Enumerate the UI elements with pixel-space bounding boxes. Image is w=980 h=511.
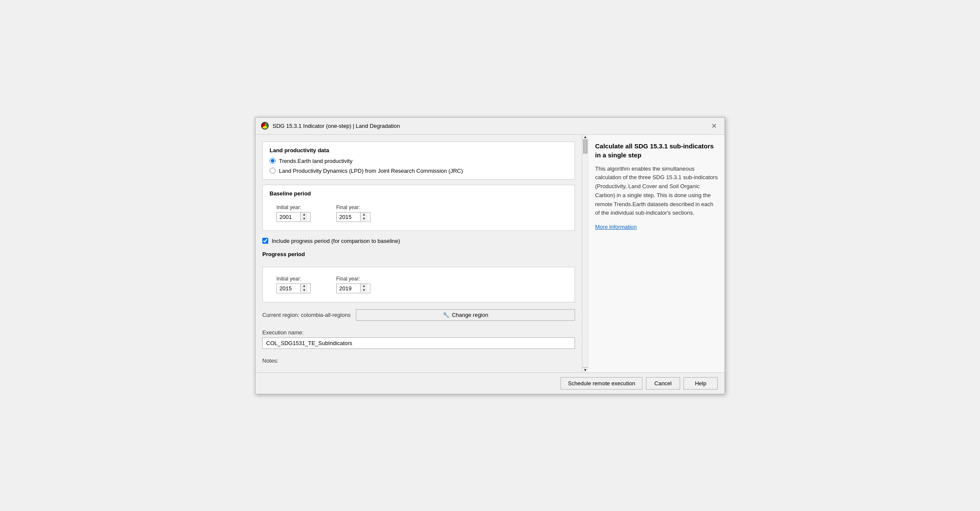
baseline-final-year-spinner[interactable]: ▲ ▼ <box>336 212 370 222</box>
execution-name-field-group: Execution name: <box>262 328 575 351</box>
baseline-initial-year-spinner-btns: ▲ ▼ <box>300 213 308 221</box>
dialog-body: Land productivity data Trends.Earth land… <box>255 135 725 372</box>
title-bar-left: SDG 15.3.1 Indicator (one-step) | Land D… <box>261 121 400 130</box>
radio-lpd-label: Land Productivity Dynamics (LPD) from Jo… <box>279 168 463 174</box>
change-region-label: Change region <box>452 312 488 318</box>
change-region-button[interactable]: 🔧 Change region <box>356 309 575 321</box>
baseline-initial-year-down[interactable]: ▼ <box>301 217 308 221</box>
progress-period-section: Initial year: ▲ ▼ Final year: <box>262 267 575 302</box>
main-panel: Land productivity data Trends.Earth land… <box>255 135 582 372</box>
radio-trends-earth-label: Trends.Earth land productivity <box>279 158 352 164</box>
window-title: SDG 15.3.1 Indicator (one-step) | Land D… <box>273 123 400 129</box>
dialog-footer: Schedule remote execution Cancel Help <box>255 372 725 394</box>
progress-initial-year-spinner[interactable]: ▲ ▼ <box>276 284 311 293</box>
progress-initial-year-field: Initial year: ▲ ▼ <box>276 276 311 293</box>
qgis-logo-icon <box>261 121 269 130</box>
wrench-icon: 🔧 <box>443 312 449 318</box>
baseline-final-year-field: Final year: ▲ ▼ <box>336 204 370 222</box>
progress-initial-year-up[interactable]: ▲ <box>301 284 308 288</box>
radio-trends-earth[interactable]: Trends.Earth land productivity <box>270 158 568 164</box>
baseline-final-year-spinner-btns: ▲ ▼ <box>360 213 367 221</box>
current-region-label: Current region: colombia-all-regions <box>262 312 351 318</box>
radio-lpd[interactable]: Land Productivity Dynamics (LPD) from Jo… <box>270 168 568 174</box>
help-button[interactable]: Help <box>684 377 718 390</box>
more-info-link[interactable]: More information <box>595 223 718 231</box>
progress-final-year-input[interactable] <box>337 284 360 293</box>
baseline-year-row: Initial year: ▲ ▼ Final year: <box>270 201 568 225</box>
progress-year-row: Initial year: ▲ ▼ Final year: <box>270 272 568 297</box>
baseline-final-year-input[interactable] <box>337 213 360 222</box>
right-panel-title: Calculate all SDG 15.3.1 sub-indicators … <box>595 142 718 160</box>
baseline-initial-year-label: Initial year: <box>276 204 311 210</box>
title-bar: SDG 15.3.1 Indicator (one-step) | Land D… <box>255 118 725 135</box>
baseline-final-year-up[interactable]: ▲ <box>361 213 367 217</box>
include-progress-label: Include progress period (for comparison … <box>272 238 400 244</box>
progress-final-year-down[interactable]: ▼ <box>361 288 367 292</box>
radio-trends-earth-input[interactable] <box>270 158 276 164</box>
scroll-up-arrow[interactable]: ▲ <box>582 135 588 140</box>
progress-period-standalone-title: Progress period <box>262 251 575 257</box>
notes-field-group: Notes: <box>262 356 575 366</box>
baseline-final-year-down[interactable]: ▼ <box>361 217 367 221</box>
land-productivity-section: Land productivity data Trends.Earth land… <box>262 142 575 180</box>
scrollbar[interactable]: ▲ ▼ <box>582 135 588 372</box>
baseline-initial-year-field: Initial year: ▲ ▼ <box>276 204 311 222</box>
notes-label: Notes: <box>262 357 575 364</box>
progress-initial-year-input[interactable] <box>277 284 300 293</box>
progress-final-year-spinner[interactable]: ▲ ▼ <box>336 284 370 293</box>
baseline-period-title: Baseline period <box>270 190 568 197</box>
right-panel: Calculate all SDG 15.3.1 sub-indicators … <box>588 135 725 372</box>
close-button[interactable]: ✕ <box>709 121 719 131</box>
progress-final-year-label: Final year: <box>336 276 370 282</box>
baseline-period-section: Baseline period Initial year: ▲ ▼ <box>262 185 575 231</box>
progress-initial-year-spinner-btns: ▲ ▼ <box>300 284 308 292</box>
cancel-button[interactable]: Cancel <box>646 377 680 390</box>
progress-initial-year-label: Initial year: <box>276 276 311 282</box>
land-productivity-title: Land productivity data <box>270 147 568 154</box>
baseline-initial-year-spinner[interactable]: ▲ ▼ <box>276 212 311 222</box>
progress-final-year-up[interactable]: ▲ <box>361 284 367 288</box>
scroll-down-arrow[interactable]: ▼ <box>582 367 588 372</box>
include-progress-checkbox[interactable] <box>262 238 268 244</box>
radio-lpd-input[interactable] <box>270 168 276 174</box>
main-content-wrapper: Land productivity data Trends.Earth land… <box>255 135 588 372</box>
progress-final-year-spinner-btns: ▲ ▼ <box>360 284 367 292</box>
execution-name-input[interactable] <box>262 337 575 349</box>
schedule-remote-execution-button[interactable]: Schedule remote execution <box>560 377 643 390</box>
region-row: Current region: colombia-all-regions 🔧 C… <box>262 307 575 322</box>
include-progress-checkbox-row[interactable]: Include progress period (for comparison … <box>262 236 575 246</box>
baseline-initial-year-input[interactable] <box>277 213 300 222</box>
baseline-final-year-label: Final year: <box>336 204 370 210</box>
land-productivity-radio-group: Trends.Earth land productivity Land Prod… <box>270 158 568 174</box>
execution-name-label: Execution name: <box>262 329 575 336</box>
progress-final-year-field: Final year: ▲ ▼ <box>336 276 370 293</box>
baseline-initial-year-up[interactable]: ▲ <box>301 213 308 217</box>
right-panel-description: This algorithm enables the simultaneous … <box>595 165 718 218</box>
main-dialog: SDG 15.3.1 Indicator (one-step) | Land D… <box>255 117 725 394</box>
progress-initial-year-down[interactable]: ▼ <box>301 288 308 292</box>
